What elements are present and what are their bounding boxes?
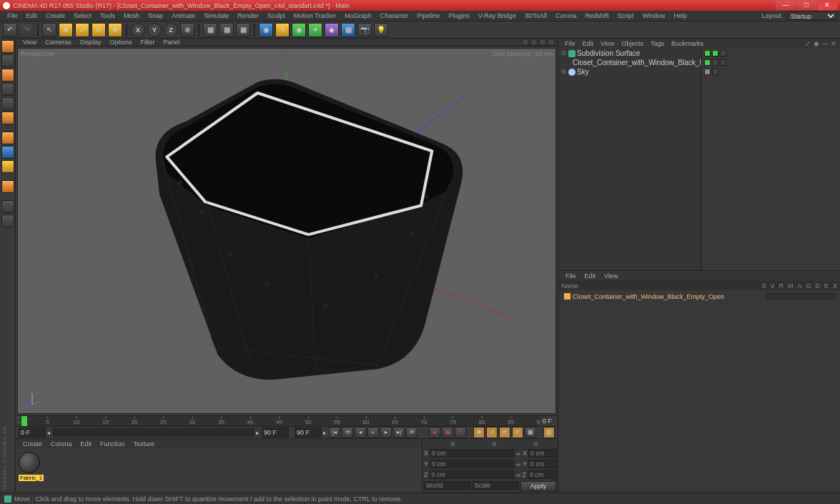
camera[interactable]: 📷: [357, 23, 372, 37]
redo-button[interactable]: ↷: [19, 23, 34, 37]
deformer[interactable]: ◆: [325, 23, 339, 37]
polygon-mode[interactable]: [1, 146, 14, 159]
menu-3dtoall[interactable]: 3DToAll: [520, 12, 551, 19]
edge-mode[interactable]: [1, 132, 14, 144]
scale-tool[interactable]: ⤢: [75, 23, 89, 37]
axis-mode[interactable]: [1, 97, 14, 110]
last-tool[interactable]: ✥: [108, 23, 122, 37]
menu-script[interactable]: Script: [613, 12, 638, 19]
attrmenu-edit[interactable]: Edit: [580, 272, 601, 280]
texture-mode[interactable]: [1, 54, 14, 67]
point-mode[interactable]: [1, 112, 14, 124]
tag[interactable]: [720, 50, 726, 56]
objmenu-objects[interactable]: Objects: [618, 40, 647, 47]
workplane-mode[interactable]: [1, 69, 14, 81]
next-frame[interactable]: ▸: [380, 427, 392, 438]
menu-mograph[interactable]: MoGraph: [340, 12, 376, 19]
objmenu-edit[interactable]: Edit: [579, 40, 598, 47]
menu-file[interactable]: File: [3, 12, 22, 19]
panel-icon[interactable]: ◉: [813, 40, 820, 47]
range-slider[interactable]: [53, 428, 255, 437]
attr-tag[interactable]: [782, 293, 789, 300]
tree-item[interactable]: Closet_Container_with_Window_Black_Empty…: [558, 58, 701, 67]
tree-item[interactable]: ⊟Subdivision Surface: [558, 49, 701, 58]
viewport[interactable]: Perspective: [17, 48, 556, 414]
menu-plugins[interactable]: Plugins: [444, 12, 474, 19]
pos-y-input[interactable]: [430, 460, 514, 468]
menu-sculpt[interactable]: Sculpt: [263, 12, 290, 19]
vpmenu-panel[interactable]: Panel: [159, 39, 184, 46]
render-view[interactable]: ▦: [203, 23, 217, 37]
matmenu-edit[interactable]: Edit: [76, 440, 97, 448]
model-mode[interactable]: [1, 40, 14, 53]
tree-item[interactable]: ⊟Sky: [558, 67, 701, 76]
menu-edit[interactable]: Edit: [22, 12, 42, 19]
tag[interactable]: [720, 59, 726, 66]
key-rot[interactable]: ⟳: [499, 427, 510, 438]
vp-icon[interactable]: [522, 39, 529, 46]
axis-widget[interactable]: [24, 390, 41, 407]
current-frame-input[interactable]: [295, 428, 322, 438]
object-tree[interactable]: ⊟Subdivision SurfaceCloset_Container_wit…: [558, 49, 701, 270]
apply-button[interactable]: Apply: [520, 481, 556, 491]
tag[interactable]: [712, 69, 718, 75]
menu-tools[interactable]: Tools: [96, 12, 119, 19]
render-settings[interactable]: ▦: [236, 23, 250, 37]
matmenu-texture[interactable]: Texture: [129, 440, 159, 448]
visibility-tag[interactable]: [704, 59, 711, 66]
menu-window[interactable]: Window: [638, 12, 669, 19]
tweak-mode[interactable]: [1, 180, 14, 193]
maximize-button[interactable]: □: [796, 1, 816, 10]
timeline-window[interactable]: ▤: [543, 427, 555, 438]
vpmenu-cameras[interactable]: Cameras: [41, 39, 76, 46]
expand-icon[interactable]: ⊟: [561, 69, 567, 75]
record[interactable]: ●: [429, 427, 440, 438]
autokey[interactable]: ◉: [442, 427, 453, 438]
menu-mesh[interactable]: Mesh: [119, 12, 144, 19]
attrmenu-file[interactable]: File: [561, 272, 580, 280]
attr-tag[interactable]: [790, 293, 796, 300]
attr-tag[interactable]: [814, 293, 820, 300]
matmenu-corona[interactable]: Corona: [46, 440, 76, 448]
coord-mode1[interactable]: [424, 481, 471, 490]
material-list[interactable]: Fabric_1: [16, 449, 422, 493]
select-tool[interactable]: ↖: [42, 23, 56, 37]
objmenu-bookmarks[interactable]: Bookmarks: [668, 40, 707, 47]
goto-start[interactable]: |◂: [329, 427, 340, 438]
array-tool[interactable]: ✦: [308, 23, 322, 37]
vpmenu-display[interactable]: Display: [76, 39, 106, 46]
menu-redshift[interactable]: Redshift: [580, 12, 613, 19]
undo-button[interactable]: ↶: [3, 23, 17, 37]
panel-icon[interactable]: —: [821, 40, 829, 47]
environment[interactable]: ▦: [341, 23, 355, 37]
pen-tool[interactable]: ✎: [275, 23, 290, 37]
vpmenu-view[interactable]: View: [19, 39, 41, 46]
panel-icon[interactable]: ✕: [830, 40, 837, 47]
playhead[interactable]: [21, 416, 27, 426]
cube-primitive[interactable]: ◉: [259, 23, 273, 37]
tag[interactable]: [712, 59, 718, 66]
vpmenu-options[interactable]: Options: [105, 39, 136, 46]
prev-frame[interactable]: ◂: [355, 427, 366, 438]
menu-help[interactable]: Help: [670, 12, 692, 19]
menu-render[interactable]: Render: [233, 12, 263, 19]
loop[interactable]: ⟲: [342, 427, 353, 438]
menu-character[interactable]: Character: [376, 12, 413, 19]
x-axis-lock[interactable]: X: [131, 23, 145, 37]
render-region[interactable]: ▦: [219, 23, 234, 37]
key-param[interactable]: P: [512, 427, 523, 438]
objmenu-tags[interactable]: Tags: [647, 40, 668, 47]
attr-tag[interactable]: [766, 293, 773, 300]
menu-snap[interactable]: Snap: [144, 12, 167, 19]
objmenu-view[interactable]: View: [597, 40, 618, 47]
key-pos[interactable]: ✥: [473, 427, 485, 438]
pos-z-input[interactable]: [430, 470, 514, 479]
z-axis-lock[interactable]: Z: [164, 23, 178, 37]
goto-end[interactable]: ▸|: [393, 427, 405, 438]
light[interactable]: 💡: [374, 23, 388, 37]
snap-toggle[interactable]: [1, 200, 14, 213]
vp-icon[interactable]: [530, 39, 538, 46]
coord-mode2[interactable]: [473, 481, 520, 490]
y-axis-lock[interactable]: Y: [147, 23, 162, 37]
matmenu-create[interactable]: Create: [19, 440, 46, 448]
